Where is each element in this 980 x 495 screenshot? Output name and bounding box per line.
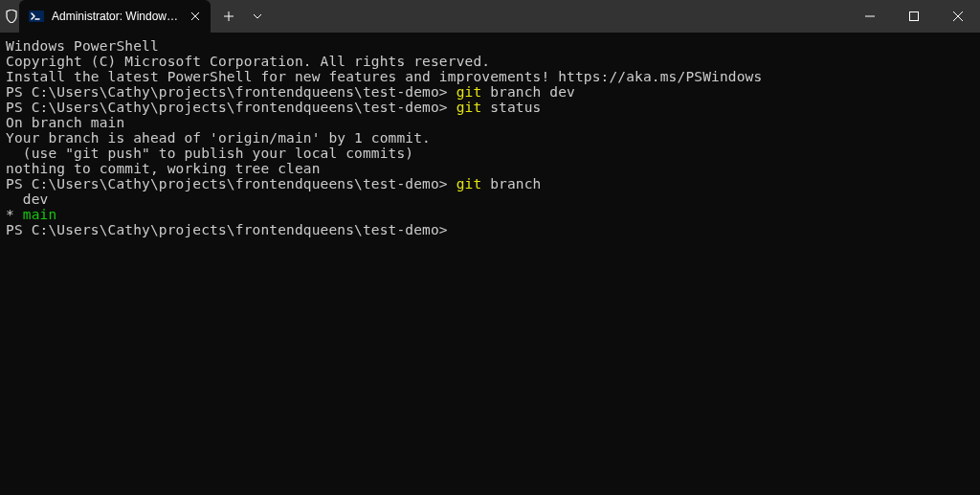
tab-dropdown-button[interactable] bbox=[243, 3, 272, 30]
output-line: (use "git push" to publish your local co… bbox=[6, 146, 974, 161]
prompt: PS C:\Users\Cathy\projects\frontendqueen… bbox=[6, 100, 457, 115]
prompt: PS C:\Users\Cathy\projects\frontendqueen… bbox=[6, 222, 457, 237]
current-branch: main bbox=[23, 207, 57, 222]
command-line: PS C:\Users\Cathy\projects\frontendqueen… bbox=[6, 176, 974, 191]
output-line: * main bbox=[6, 207, 974, 222]
tab-close-button[interactable] bbox=[188, 9, 203, 24]
maximize-button[interactable] bbox=[892, 0, 936, 33]
output-line: dev bbox=[6, 191, 974, 207]
minimize-button[interactable] bbox=[848, 0, 892, 33]
output-line: nothing to commit, working tree clean bbox=[6, 161, 974, 176]
command-line: PS C:\Users\Cathy\projects\frontendqueen… bbox=[6, 100, 974, 115]
powershell-icon bbox=[29, 9, 44, 24]
output-line: Install the latest PowerShell for new fe… bbox=[6, 69, 974, 84]
command-line: PS C:\Users\Cathy\projects\frontendqueen… bbox=[6, 84, 974, 100]
close-button[interactable] bbox=[936, 0, 980, 33]
new-tab-button[interactable] bbox=[214, 3, 243, 30]
command-args: branch bbox=[481, 176, 541, 191]
output-line: Copyright (C) Microsoft Corporation. All… bbox=[6, 54, 974, 69]
command-name: git bbox=[457, 100, 482, 115]
tab-title: Administrator: Windows Powe bbox=[52, 10, 180, 23]
command-name: git bbox=[457, 176, 482, 191]
terminal-content[interactable]: Windows PowerShell Copyright (C) Microso… bbox=[0, 33, 980, 243]
command-args: status bbox=[481, 100, 541, 115]
svg-rect-3 bbox=[910, 12, 919, 21]
prompt-line: PS C:\Users\Cathy\projects\frontendqueen… bbox=[6, 222, 974, 237]
output-line: On branch main bbox=[6, 115, 974, 130]
command-name: git bbox=[457, 84, 482, 100]
output-line: Windows PowerShell bbox=[6, 38, 974, 54]
svg-rect-0 bbox=[29, 11, 44, 22]
active-tab[interactable]: Administrator: Windows Powe bbox=[19, 0, 211, 33]
branch-marker: * bbox=[6, 207, 23, 222]
titlebar: Administrator: Windows Powe bbox=[0, 0, 980, 33]
shield-icon bbox=[0, 0, 19, 33]
window-controls bbox=[848, 0, 980, 33]
tab-area: Administrator: Windows Powe bbox=[0, 0, 848, 33]
output-line: Your branch is ahead of 'origin/main' by… bbox=[6, 130, 974, 146]
prompt: PS C:\Users\Cathy\projects\frontendqueen… bbox=[6, 84, 457, 100]
command-args: branch dev bbox=[481, 84, 575, 100]
prompt: PS C:\Users\Cathy\projects\frontendqueen… bbox=[6, 176, 457, 191]
